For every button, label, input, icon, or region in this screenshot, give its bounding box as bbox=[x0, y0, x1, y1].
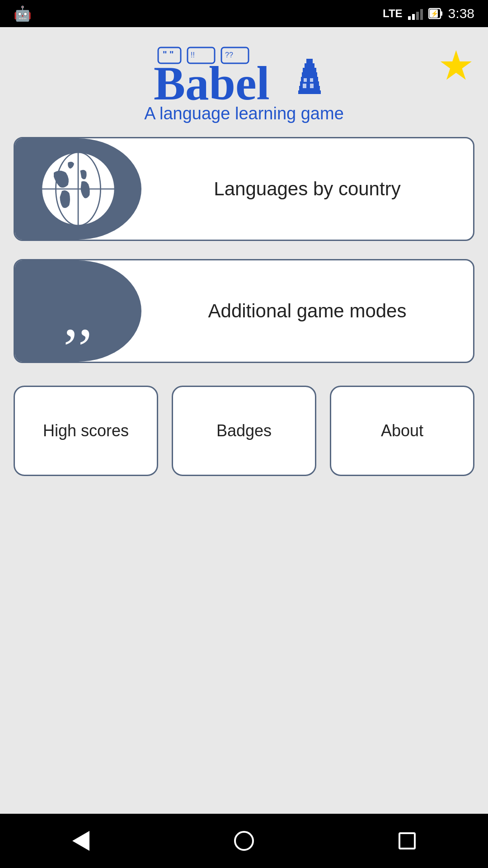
bottom-buttons-row: High scores Badges About bbox=[14, 386, 474, 476]
navigation-bar bbox=[0, 814, 488, 868]
additional-game-modes-label: Additional game modes bbox=[141, 300, 473, 322]
star-icon[interactable]: ★ bbox=[438, 45, 474, 86]
languages-by-country-button[interactable]: Languages by country bbox=[14, 137, 474, 241]
status-bar: 🤖 LTE ⚡ 3:38 bbox=[0, 0, 488, 27]
svg-text:⚡: ⚡ bbox=[431, 10, 439, 18]
svg-rect-20 bbox=[303, 84, 306, 88]
high-scores-button[interactable]: High scores bbox=[14, 386, 158, 476]
globe-icon bbox=[38, 148, 119, 230]
robot-icon: 🤖 bbox=[14, 5, 32, 22]
status-left: 🤖 bbox=[14, 5, 32, 22]
home-icon bbox=[234, 831, 254, 851]
signal-icon bbox=[408, 7, 423, 20]
back-button[interactable] bbox=[72, 831, 89, 851]
quote-icon-container: ,, bbox=[15, 260, 141, 362]
recents-icon bbox=[399, 832, 416, 849]
globe-icon-container bbox=[15, 138, 141, 240]
lte-label: LTE bbox=[383, 7, 403, 20]
about-button[interactable]: About bbox=[330, 386, 474, 476]
status-right: LTE ⚡ 3:38 bbox=[383, 6, 474, 21]
app-header: " " !! ?? Babel bbox=[14, 45, 474, 123]
recents-button[interactable] bbox=[399, 832, 416, 849]
svg-rect-22 bbox=[304, 78, 307, 82]
svg-rect-23 bbox=[310, 78, 313, 82]
logo-area: " " !! ?? Babel bbox=[144, 45, 344, 123]
svg-text:Babel: Babel bbox=[154, 57, 270, 104]
quote-marks-icon: ,, bbox=[64, 292, 93, 339]
back-icon bbox=[72, 831, 89, 851]
battery-icon: ⚡ bbox=[428, 7, 443, 20]
main-content: " " !! ?? Babel bbox=[0, 27, 488, 814]
additional-game-modes-button[interactable]: ,, Additional game modes bbox=[14, 259, 474, 363]
badges-button[interactable]: Badges bbox=[172, 386, 316, 476]
home-button[interactable] bbox=[234, 831, 254, 851]
languages-by-country-label: Languages by country bbox=[141, 178, 473, 200]
svg-rect-21 bbox=[310, 84, 314, 88]
app-logo: " " !! ?? Babel bbox=[154, 45, 334, 104]
subtitle: A language learning game bbox=[144, 104, 344, 123]
svg-rect-1 bbox=[441, 11, 442, 16]
time-display: 3:38 bbox=[448, 6, 474, 21]
svg-rect-19 bbox=[306, 59, 313, 64]
